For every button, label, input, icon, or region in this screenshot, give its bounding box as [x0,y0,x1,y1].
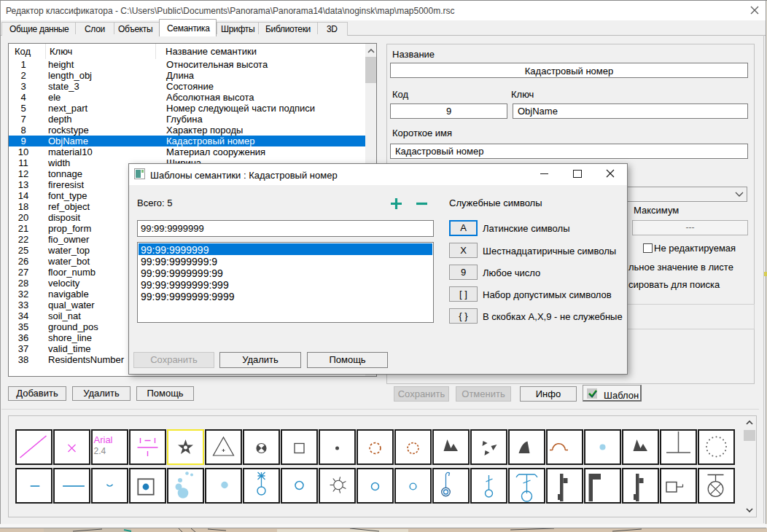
svg-text:2.4: 2.4 [94,446,106,456]
svg-text:Arial: Arial [94,434,113,445]
